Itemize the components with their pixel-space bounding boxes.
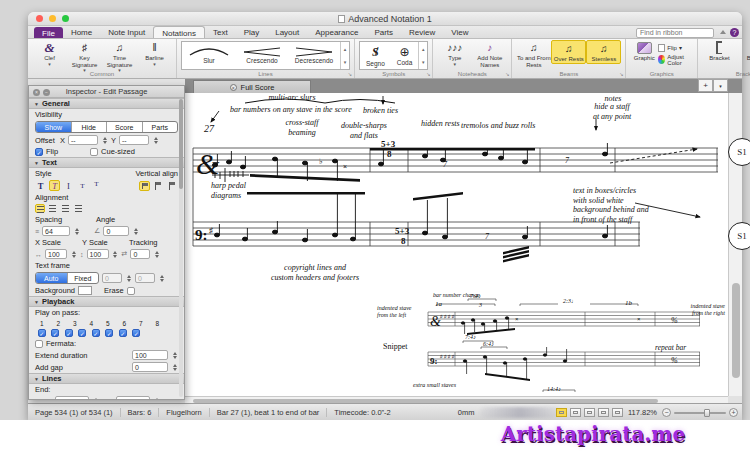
- pass-4-checkbox[interactable]: ✓: [78, 329, 86, 337]
- tab-review[interactable]: Review: [401, 26, 443, 38]
- hide-button[interactable]: Hide: [71, 122, 107, 132]
- vertical-align-bottom-button[interactable]: [167, 181, 178, 191]
- barline-button[interactable]: ‖ Barline▾: [137, 40, 172, 67]
- frame-height-field[interactable]: 0: [135, 273, 155, 283]
- vertical-scrollbar-thumb[interactable]: [732, 283, 740, 378]
- add-gap-stepper[interactable]: [171, 362, 178, 372]
- extend-duration-field[interactable]: 100: [132, 350, 168, 360]
- regular-style-button[interactable]: I: [63, 180, 74, 191]
- tab-file[interactable]: File: [34, 27, 63, 38]
- tracking-field[interactable]: 0: [130, 249, 150, 259]
- section-lines[interactable]: ▼Lines: [29, 373, 184, 384]
- inspector-scrollbar[interactable]: [179, 99, 183, 397]
- pass-1-checkbox[interactable]: ✓: [38, 329, 46, 337]
- pass-2-checkbox[interactable]: ✓: [51, 329, 59, 337]
- spacing-stepper[interactable]: [73, 226, 80, 236]
- portrait-view-button[interactable]: [598, 408, 609, 417]
- flip-checkbox[interactable]: ✓: [35, 148, 43, 156]
- inspector-collapse-button[interactable]: −: [43, 89, 50, 96]
- align-justify-button[interactable]: [74, 204, 84, 213]
- key-signature-button[interactable]: ♯ Key Signature▾: [67, 40, 102, 73]
- clef-button[interactable]: & Clef▾: [32, 40, 67, 67]
- italic-style-button[interactable]: T: [49, 180, 60, 191]
- scroll-down-icon[interactable]: ▾: [422, 59, 425, 65]
- parts-button[interactable]: Parts: [142, 122, 178, 132]
- beams-dialog-launcher-icon[interactable]: ↘: [619, 71, 623, 77]
- tab-list-button[interactable]: ▾: [713, 79, 728, 92]
- section-general[interactable]: ▼General: [29, 98, 184, 109]
- align-center-button[interactable]: [48, 204, 58, 213]
- tab-note-input[interactable]: Note Input: [100, 26, 153, 38]
- adjust-color-button[interactable]: Adjust Color: [658, 54, 693, 66]
- collapse-ribbon-icon[interactable]: [720, 30, 726, 34]
- y-scale-field[interactable]: 100: [87, 249, 109, 259]
- angle-field[interactable]: 0: [103, 226, 129, 236]
- zoom-slider-thumb[interactable]: [704, 409, 710, 417]
- spread-view-button[interactable]: [584, 408, 595, 417]
- spacing-field[interactable]: 64: [42, 226, 70, 236]
- scroll-up-icon[interactable]: ▴: [344, 46, 347, 52]
- fermata-checkbox[interactable]: [35, 340, 43, 348]
- offset-x-stepper[interactable]: [101, 135, 108, 145]
- inspector-close-button[interactable]: ×: [33, 89, 40, 96]
- horizontal-scrollbar[interactable]: [185, 396, 728, 403]
- line-end-y-field[interactable]: 6.19: [116, 396, 150, 400]
- y-scale-stepper[interactable]: [112, 249, 119, 259]
- over-rests-button[interactable]: ♫ Over Rests: [551, 40, 586, 64]
- to-and-from-rests-button[interactable]: ♫ To and From Rests: [516, 40, 551, 68]
- fixed-button[interactable]: Fixed: [67, 273, 99, 283]
- background-color-swatch[interactable]: [78, 286, 92, 295]
- section-playback[interactable]: ▼Playback: [29, 296, 184, 307]
- angle-stepper[interactable]: [132, 226, 139, 236]
- close-tab-icon[interactable]: ×: [230, 84, 237, 91]
- pass-8-checkbox[interactable]: ✓: [132, 329, 140, 337]
- x-scale-field[interactable]: 100: [45, 249, 67, 259]
- frame-width-field[interactable]: 0: [102, 273, 122, 283]
- erase-checkbox[interactable]: [127, 287, 135, 295]
- extend-duration-stepper[interactable]: [171, 350, 178, 360]
- decrescendo-button[interactable]: Decrescendo: [288, 42, 340, 69]
- bold-style-button[interactable]: T: [35, 180, 46, 191]
- panorama-view-button[interactable]: [556, 408, 567, 417]
- pass-5-checkbox[interactable]: ✓: [92, 329, 100, 337]
- brace-button[interactable]: { Brace: [737, 40, 750, 62]
- offset-y-field[interactable]: --: [119, 135, 149, 145]
- tracking-stepper[interactable]: [153, 249, 160, 259]
- notehead-type-button[interactable]: ♪♪♪ Type▾: [437, 40, 472, 67]
- auto-button[interactable]: Auto: [36, 273, 67, 283]
- superscript-style-button[interactable]: T: [91, 180, 102, 191]
- stemless-button[interactable]: ♫ Stemless: [586, 40, 621, 64]
- time-signature-button[interactable]: ♫ Time Signature▾: [102, 40, 137, 73]
- add-note-names-button[interactable]: ♪ Add Note Names: [472, 40, 507, 68]
- vertical-align-middle-button[interactable]: [153, 181, 164, 191]
- noteheads-dialog-launcher-icon[interactable]: ↘: [505, 71, 509, 77]
- scroll-down-icon[interactable]: ▾: [344, 59, 347, 65]
- lines-dialog-launcher-icon[interactable]: ↘: [348, 71, 352, 77]
- horizontal-scrollbar-thumb[interactable]: [193, 399, 658, 403]
- show-button[interactable]: Show: [36, 122, 71, 132]
- graphic-button[interactable]: Graphic: [630, 40, 658, 62]
- symbols-dialog-launcher-icon[interactable]: ↘: [426, 71, 430, 77]
- zoom-in-button[interactable]: +: [729, 408, 738, 417]
- tab-layout[interactable]: Layout: [267, 26, 307, 38]
- whole-page-view-button[interactable]: [612, 408, 623, 417]
- scroll-up-icon[interactable]: ▴: [422, 46, 425, 52]
- line-end-y-stepper[interactable]: [153, 396, 160, 400]
- lines-gallery-scroll[interactable]: ▴ ▾: [340, 42, 349, 69]
- slur-button[interactable]: Slur: [182, 42, 236, 69]
- inspector-header[interactable]: × − Inspector - Edit Passage: [29, 86, 184, 98]
- symbols-gallery-scroll[interactable]: ▴ ▾: [418, 42, 427, 69]
- tab-view[interactable]: View: [443, 26, 476, 38]
- coda-button[interactable]: ⊕ Coda: [391, 42, 419, 69]
- tab-home[interactable]: Home: [63, 26, 100, 38]
- frame-width-stepper[interactable]: [125, 273, 132, 283]
- new-tab-button[interactable]: +: [698, 79, 713, 92]
- pass-6-checkbox[interactable]: ✓: [105, 329, 113, 337]
- full-score-tab[interactable]: × Full Score: [193, 80, 311, 93]
- zoom-slider[interactable]: [674, 412, 726, 414]
- align-right-button[interactable]: [61, 204, 71, 213]
- zoom-out-button[interactable]: −: [662, 408, 671, 417]
- tab-notations[interactable]: Notations: [153, 26, 205, 38]
- section-text[interactable]: ▼Text: [29, 157, 184, 168]
- bracket-button[interactable]: Bracket: [702, 40, 737, 62]
